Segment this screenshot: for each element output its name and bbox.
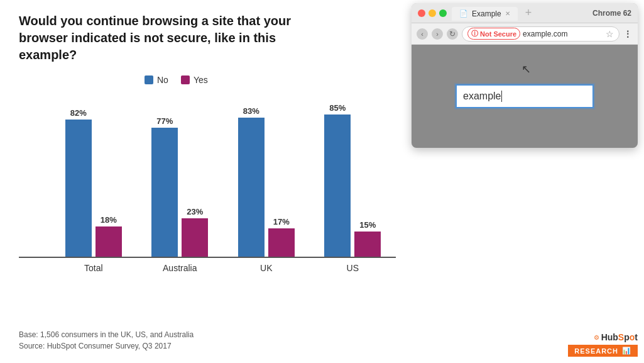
refresh-button[interactable]: ↻ — [447, 28, 458, 40]
legend-no-color — [145, 75, 153, 84]
info-icon: ⓘ — [471, 29, 478, 38]
bar-australia-yes: 23% — [182, 207, 208, 257]
group-australia: 77% 23% — [137, 116, 224, 257]
bar-us-no-fill — [324, 114, 351, 257]
legend-no-label: No — [157, 75, 168, 85]
bar-total-no-label: 82% — [70, 108, 87, 118]
bar-total-yes: 18% — [96, 215, 122, 257]
sprocket-icon: ⚙ — [594, 334, 599, 341]
hubspot-logo-text: HubSpot — [601, 332, 638, 342]
question-title: Would you continue browsing a site that … — [19, 13, 320, 64]
bar-australia-no-label: 77% — [156, 116, 173, 126]
research-badge: RESEARCH 📊 — [568, 345, 638, 357]
browser-toolbar: ‹ › ↻ ⓘ Not Secure example.com ☆ ⋮ — [412, 23, 638, 45]
text-cursor — [501, 91, 502, 102]
bar-australia-no-fill — [151, 128, 178, 257]
browser-tab[interactable]: 📄 Example ✕ — [452, 7, 518, 21]
forward-button[interactable]: › — [432, 28, 443, 40]
url-text: example.com — [523, 30, 567, 38]
legend-yes-label: Yes — [194, 75, 208, 85]
bar-us-no-label: 85% — [329, 103, 346, 113]
chrome-version-label: Chrome 62 — [592, 9, 631, 18]
bar-uk-no-fill — [238, 118, 265, 257]
bar-total-no-fill — [65, 120, 92, 257]
browser-menu-button[interactable]: ⋮ — [623, 29, 633, 39]
bar-uk-yes-fill — [268, 228, 295, 257]
bar-total-yes-fill — [96, 226, 122, 257]
bar-uk-yes: 17% — [268, 217, 295, 257]
bar-uk-no: 83% — [238, 106, 265, 257]
bar-total-no: 82% — [65, 108, 92, 257]
browser-titlebar: 📄 Example ✕ + Chrome 62 — [412, 3, 638, 23]
bar-total-yes-label: 18% — [101, 215, 117, 225]
bar-us-no: 85% — [324, 103, 351, 257]
x-label-total: Total — [50, 263, 137, 273]
chart-legend: No Yes — [145, 75, 408, 85]
browser-content: ↖ example — [412, 45, 638, 148]
star-icon[interactable]: ☆ — [606, 29, 614, 39]
tab-close-icon[interactable]: ✕ — [505, 10, 510, 17]
cursor-icon: ↖ — [521, 62, 531, 76]
footnote-line2: Source: HubSpot Consumer Survey, Q3 2017 — [19, 340, 194, 352]
traffic-lights — [418, 9, 447, 17]
bar-australia-yes-label: 23% — [187, 207, 203, 216]
bars-area: 82% 18% 77% 23% — [19, 91, 396, 258]
bar-uk-no-label: 83% — [243, 106, 259, 116]
x-label-us: US — [310, 263, 396, 273]
bar-us-yes: 15% — [354, 220, 381, 257]
footnote: Base: 1,506 consumers in the UK, US, and… — [19, 329, 194, 352]
bar-chart: 82% 18% 77% 23% — [19, 91, 396, 286]
bar-us-yes-fill — [354, 232, 381, 257]
x-label-uk: UK — [223, 263, 310, 273]
legend-no: No — [145, 75, 168, 85]
not-secure-badge: ⓘ Not Secure — [467, 28, 520, 40]
input-value: example — [463, 91, 501, 102]
not-secure-text: Not Secure — [480, 30, 516, 38]
legend-yes-color — [181, 75, 190, 84]
bar-us-yes-label: 15% — [359, 220, 376, 230]
example-input[interactable]: example — [456, 84, 594, 108]
footnote-line1: Base: 1,506 consumers in the UK, US, and… — [19, 329, 194, 340]
bar-australia-no: 77% — [151, 116, 178, 257]
legend-yes: Yes — [181, 75, 208, 85]
browser-window: 📄 Example ✕ + Chrome 62 ‹ › ↻ ⓘ Not Secu… — [412, 3, 638, 148]
x-label-australia: Australia — [137, 263, 224, 273]
tab-title: Example — [472, 9, 501, 18]
bar-uk-yes-label: 17% — [273, 217, 290, 226]
chart-section: Would you continue browsing a site that … — [19, 13, 408, 286]
close-button[interactable] — [418, 9, 425, 17]
group-uk: 83% 17% — [223, 106, 310, 257]
chart-icon: 📊 — [622, 347, 631, 355]
back-button[interactable]: ‹ — [417, 28, 428, 40]
x-axis-labels: Total Australia UK US — [19, 263, 396, 273]
hubspot-logo-container: ⚙ HubSpot — [594, 332, 638, 342]
bar-australia-yes-fill — [182, 218, 208, 257]
group-total: 82% 18% — [50, 108, 137, 257]
research-label: RESEARCH — [574, 347, 618, 355]
new-tab-icon[interactable]: + — [525, 6, 532, 20]
hubspot-badge: ⚙ HubSpot RESEARCH 📊 — [568, 332, 638, 357]
group-us: 85% 15% — [310, 103, 396, 257]
address-bar[interactable]: ⓘ Not Secure example.com ☆ — [462, 26, 619, 42]
maximize-button[interactable] — [439, 9, 447, 17]
minimize-button[interactable] — [428, 9, 436, 17]
